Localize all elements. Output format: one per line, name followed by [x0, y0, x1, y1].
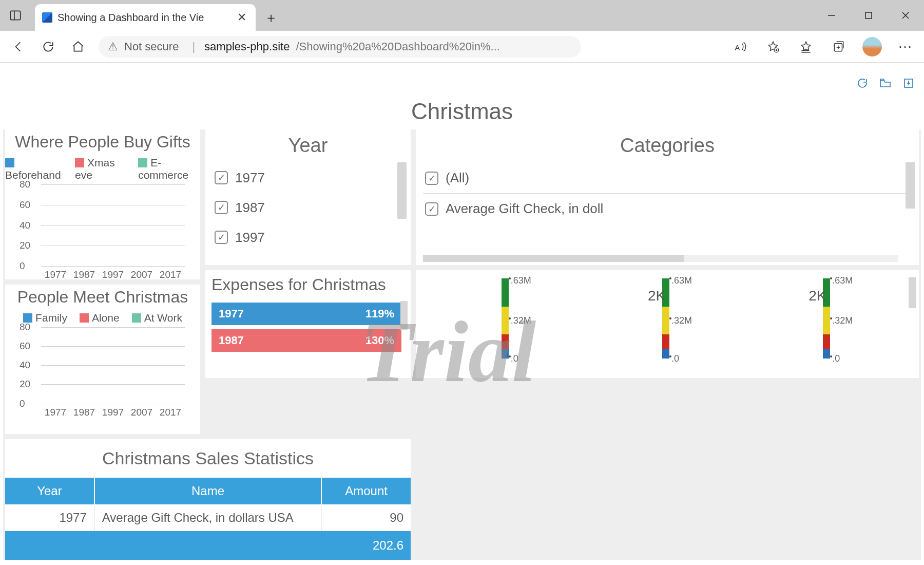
url-bar-row: ⚠ Not secure | samples-php.site /Showing… — [0, 31, 924, 63]
tab-favicon — [42, 12, 52, 23]
expenses-title: Expenses for Christmas — [205, 270, 411, 299]
minimize-button[interactable] — [813, 0, 850, 31]
gifts-chart-title: Where People Buy Gifts — [5, 129, 200, 153]
more-menu-button[interactable]: ··· — [896, 37, 915, 56]
security-warning-icon: ⚠ — [108, 40, 118, 53]
scrollbar-thumb[interactable] — [906, 162, 915, 209]
refresh-button[interactable] — [39, 37, 57, 56]
stats-panel: Christmans Sales Statistics Year Name Am… — [5, 439, 411, 560]
year-filter-item[interactable]: ✓ 1997 — [215, 222, 402, 252]
stats-title: Christmans Sales Statistics — [5, 439, 411, 478]
year-filter-title: Year — [205, 129, 411, 163]
browser-tab[interactable]: Showing a Dashboard in the Vie ✕ — [35, 4, 256, 31]
read-aloud-button[interactable]: A — [731, 37, 749, 56]
gauge-chart: .63M.32M.0.63M.32M.02K.63M.32M.02K — [416, 275, 919, 368]
report-toolbar — [856, 77, 915, 92]
expenses-year: 1977 — [219, 307, 244, 321]
year-filter-label: 1977 — [235, 170, 265, 186]
meet-chart-legend: Family Alone At Work — [5, 312, 200, 324]
stats-cell-amount: 90 — [321, 504, 411, 531]
tab-actions-button[interactable] — [4, 4, 27, 27]
back-button[interactable] — [9, 37, 28, 56]
window-controls — [813, 0, 924, 31]
checkbox-icon[interactable]: ✓ — [425, 172, 438, 185]
svg-rect-3 — [865, 12, 872, 18]
expenses-pct: 119% — [365, 307, 394, 321]
report-export-icon[interactable] — [902, 77, 915, 92]
stats-header-amount[interactable]: Amount — [321, 478, 411, 504]
expenses-panel: Expenses for Christmas 1977 119% 1987 13… — [205, 270, 411, 378]
categories-filter-item[interactable]: ✓ Average Gift Check, in doll — [423, 194, 912, 224]
categories-all-label: (All) — [446, 170, 469, 186]
categories-filter-panel: Categories ✓ (All) ✓ Average Gift Check,… — [416, 129, 919, 265]
expenses-row: 1987 130% — [211, 329, 401, 352]
address-bar[interactable]: ⚠ Not secure | samples-php.site /Showing… — [99, 36, 581, 58]
checkbox-icon[interactable]: ✓ — [215, 231, 228, 244]
gifts-chart-panel: Where People Buy Gifts Beforehand Xmas e… — [5, 129, 200, 279]
expenses-year: 1987 — [219, 334, 244, 347]
legend-item: At Work — [132, 312, 182, 324]
dashboard: Christmas Year ✓ 1977 ✓ 1987 ✓ 1997 — [3, 99, 921, 565]
window-titlebar: Showing a Dashboard in the Vie ✕ ＋ — [0, 0, 924, 31]
categories-filter-title: Categories — [416, 129, 919, 163]
meet-chart-panel: People Meet Christmas Family Alone At Wo… — [5, 285, 200, 435]
scrollbar-thumb[interactable] — [400, 301, 408, 330]
url-divider: | — [192, 40, 195, 53]
url-host: samples-php.site — [204, 40, 290, 53]
categories-filter-label: Average Gift Check, in doll — [446, 201, 603, 217]
checkbox-icon[interactable]: ✓ — [215, 201, 228, 214]
stats-header-name[interactable]: Name — [94, 478, 321, 504]
gifts-chart: 02040608019771987199720072017 — [41, 184, 185, 267]
gifts-chart-legend: Beforehand Xmas eve E-commerce — [5, 157, 200, 181]
year-filter-item[interactable]: ✓ 1977 — [215, 163, 402, 193]
year-filter-panel: Year ✓ 1977 ✓ 1987 ✓ 1997 — [205, 129, 411, 265]
scrollbar-thumb[interactable] — [397, 162, 407, 219]
legend-item: E-commerce — [138, 157, 200, 181]
favorites-button[interactable] — [797, 37, 815, 56]
tab-close-icon[interactable]: ✕ — [235, 11, 248, 24]
close-window-button[interactable] — [887, 0, 924, 31]
dashboard-title: Christmas — [3, 99, 921, 124]
scrollbar-thumb[interactable] — [909, 277, 916, 308]
stats-table: Year Name Amount 1977 Average Gift Check… — [5, 478, 411, 560]
home-button[interactable] — [69, 37, 87, 56]
stats-cell-year: 1977 — [5, 504, 94, 531]
stats-total: 202.6 — [5, 531, 411, 560]
checkbox-icon[interactable]: ✓ — [215, 171, 228, 184]
legend-item: Beforehand — [5, 157, 63, 181]
horizontal-scrollbar[interactable] — [423, 255, 898, 262]
maximize-button[interactable] — [850, 0, 887, 31]
add-favorite-button[interactable] — [764, 37, 782, 56]
checkbox-icon[interactable]: ✓ — [425, 202, 438, 216]
stats-header-year[interactable]: Year — [5, 478, 94, 504]
year-filter-item[interactable]: ✓ 1987 — [215, 193, 402, 222]
new-tab-button[interactable]: ＋ — [260, 6, 282, 29]
profile-avatar[interactable] — [862, 37, 882, 56]
expenses-row: 1977 119% — [211, 303, 401, 325]
meet-chart: 02040608019771987199720072017 — [41, 327, 185, 404]
report-open-icon[interactable] — [879, 77, 892, 92]
meet-chart-title: People Meet Christmas — [5, 285, 200, 308]
stats-total-row: 202.6 — [5, 531, 411, 560]
security-label: Not secure — [124, 40, 179, 53]
svg-rect-0 — [10, 11, 21, 20]
tab-title: Showing a Dashboard in the Vie — [57, 12, 230, 24]
year-filter-label: 1997 — [235, 230, 265, 246]
table-row[interactable]: 1977 Average Gift Check, in dollars USA … — [5, 504, 411, 531]
page-content: Christmas Year ✓ 1977 ✓ 1987 ✓ 1997 — [0, 63, 924, 565]
legend-item: Alone — [80, 312, 120, 324]
svg-text:A: A — [735, 43, 740, 51]
legend-item: Xmas eve — [75, 157, 126, 181]
url-path: /Showing%20a%20Dashboard%20in%... — [296, 40, 499, 53]
report-refresh-icon[interactable] — [856, 77, 869, 92]
categories-all-item[interactable]: ✓ (All) — [423, 163, 912, 193]
collections-button[interactable] — [830, 37, 848, 56]
stats-cell-name: Average Gift Check, in dollars USA — [94, 504, 321, 531]
gauge-panel: .63M.32M.0.63M.32M.02K.63M.32M.02K — [416, 270, 919, 378]
expenses-pct: 130% — [365, 334, 394, 347]
year-filter-label: 1987 — [235, 200, 265, 216]
